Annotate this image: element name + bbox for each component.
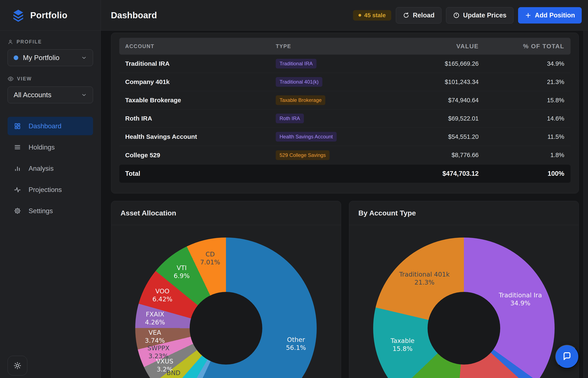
sidebar-item-projections[interactable]: Projections bbox=[8, 180, 93, 199]
account-name: Traditional IRA bbox=[125, 60, 276, 67]
stale-badge: 45 stale bbox=[353, 10, 391, 21]
account-pct: 21.3% bbox=[479, 79, 564, 85]
chart-title: By Account Type bbox=[359, 209, 416, 217]
account-type-badge: Taxable Brokerage bbox=[276, 95, 325, 105]
account-value: $165,669.26 bbox=[394, 60, 479, 67]
eye-icon bbox=[8, 76, 14, 82]
charts-row: Asset Allocation CD7.01%VTI6.9%VOO6.42%F… bbox=[111, 201, 579, 378]
reload-button[interactable]: Reload bbox=[396, 7, 441, 24]
accounts-table-body: Traditional IRATraditional IRA$165,669.2… bbox=[119, 54, 571, 164]
stale-badge-text: 45 stale bbox=[364, 12, 386, 19]
chat-bubble-icon bbox=[561, 351, 573, 363]
view-label-text: VIEW bbox=[17, 76, 32, 82]
clock-icon bbox=[453, 12, 460, 19]
table-row[interactable]: Taxable BrokerageTaxable Brokerage$74,94… bbox=[119, 91, 571, 109]
chart-title: Asset Allocation bbox=[120, 209, 176, 217]
sidebar-item-settings[interactable]: Settings bbox=[8, 202, 93, 220]
col-header-value: VALUE bbox=[394, 43, 479, 50]
app-window: Portfolio PROFILE My Portfolio bbox=[0, 0, 588, 378]
nav-label: Analysis bbox=[28, 165, 53, 172]
nav-label: Holdings bbox=[28, 143, 55, 151]
reload-label: Reload bbox=[413, 12, 434, 19]
donut-chart: CD7.01%VTI6.9%VOO6.42%FXAIX4.26%VEA3.74%… bbox=[135, 238, 317, 378]
account-value: $8,776.66 bbox=[394, 152, 479, 159]
asset-allocation-chart: CD7.01%VTI6.9%VOO6.42%FXAIX4.26%VEA3.74%… bbox=[111, 225, 341, 378]
table-row[interactable]: Company 401kTraditional 401(k)$101,243.3… bbox=[119, 73, 571, 91]
profile-select[interactable]: My Portfolio bbox=[8, 49, 93, 66]
stale-dot-icon bbox=[359, 14, 361, 17]
account-pct: 34.9% bbox=[479, 60, 564, 67]
sidebar-item-holdings[interactable]: Holdings bbox=[8, 138, 93, 156]
account-type-badge: 529 College Savings bbox=[276, 150, 330, 160]
table-row[interactable]: Roth IRARoth IRA$69,522.0114.6% bbox=[119, 109, 571, 128]
nav-label: Settings bbox=[28, 207, 53, 215]
account-type-badge: Roth IRA bbox=[276, 114, 304, 123]
sun-icon bbox=[13, 361, 22, 370]
add-position-label: Add Position bbox=[535, 12, 575, 19]
account-name: Taxable Brokerage bbox=[125, 97, 276, 104]
sidebar-item-dashboard[interactable]: Dashboard bbox=[8, 117, 93, 135]
account-value: $54,551.20 bbox=[394, 133, 479, 140]
account-value: $69,522.01 bbox=[394, 115, 479, 122]
col-header-account: ACCOUNT bbox=[125, 43, 276, 49]
account-value: $101,243.34 bbox=[394, 79, 479, 85]
view-select-value: All Accounts bbox=[14, 91, 76, 99]
col-header-pct: % OF TOTAL bbox=[479, 43, 564, 50]
update-prices-button[interactable]: Update Prices bbox=[446, 7, 513, 24]
activity-icon bbox=[14, 186, 21, 193]
sidebar: Portfolio PROFILE My Portfolio bbox=[0, 0, 101, 378]
account-type-badge: Traditional 401(k) bbox=[276, 77, 322, 87]
account-name: Health Savings Account bbox=[125, 133, 276, 140]
account-name: Roth IRA bbox=[125, 115, 276, 122]
donut-chart: Traditional 401k21.3%Taxable15.8%Traditi… bbox=[373, 238, 555, 378]
update-prices-label: Update Prices bbox=[463, 12, 507, 19]
table-row[interactable]: Health Savings AccountHealth Savings Acc… bbox=[119, 128, 571, 146]
by-account-type-header: By Account Type bbox=[349, 201, 579, 225]
donut-hole bbox=[190, 292, 262, 364]
main-area: Dashboard 45 stale Reload bbox=[101, 0, 588, 378]
profile-select-value: My Portfolio bbox=[23, 54, 76, 62]
asset-allocation-card: Asset Allocation CD7.01%VTI6.9%VOO6.42%F… bbox=[111, 201, 341, 378]
sidebar-item-analysis[interactable]: Analysis bbox=[8, 159, 93, 178]
scrollbar[interactable] bbox=[583, 31, 588, 378]
account-pct: 1.8% bbox=[479, 152, 564, 159]
refresh-icon bbox=[403, 12, 410, 19]
chevron-down-icon bbox=[81, 55, 87, 61]
nav-label: Dashboard bbox=[28, 122, 62, 130]
add-position-button[interactable]: Add Position bbox=[518, 7, 582, 24]
total-label: Total bbox=[125, 170, 276, 177]
total-value: $474,703.12 bbox=[394, 170, 479, 177]
app-title: Portfolio bbox=[30, 10, 67, 20]
account-pct: 11.5% bbox=[479, 133, 564, 140]
plus-icon bbox=[525, 12, 532, 19]
sidebar-nav: Dashboard Holdings bbox=[8, 117, 93, 220]
account-pct: 14.6% bbox=[479, 115, 564, 122]
nav-label: Projections bbox=[28, 186, 62, 194]
layers-logo-icon bbox=[12, 9, 25, 22]
by-account-type-card: By Account Type Traditional 401k21.3%Tax… bbox=[349, 201, 579, 378]
account-pct: 15.8% bbox=[479, 97, 564, 104]
table-row[interactable]: Traditional IRATraditional IRA$165,669.2… bbox=[119, 54, 571, 73]
account-type-badge: Traditional IRA bbox=[276, 59, 317, 68]
portfolio-dot-icon bbox=[14, 55, 18, 60]
header-actions: 45 stale Reload bbox=[353, 7, 582, 24]
table-row[interactable]: College 529529 College Savings$8,776.661… bbox=[119, 146, 571, 164]
gear-icon bbox=[14, 207, 21, 215]
chevron-down-icon bbox=[81, 92, 87, 98]
profile-label-text: PROFILE bbox=[17, 39, 42, 45]
list-icon bbox=[14, 144, 21, 151]
theme-toggle-button[interactable] bbox=[8, 356, 27, 376]
donut-hole bbox=[428, 292, 500, 364]
asset-allocation-header: Asset Allocation bbox=[111, 201, 341, 225]
page-title: Dashboard bbox=[111, 10, 157, 20]
table-total-row: Total $474,703.12 100% bbox=[119, 165, 571, 183]
accounts-table-header: ACCOUNT TYPE VALUE % OF TOTAL bbox=[119, 38, 571, 54]
app-logo: Portfolio bbox=[0, 0, 101, 31]
view-select[interactable]: All Accounts bbox=[8, 86, 93, 103]
total-pct: 100% bbox=[479, 170, 564, 177]
accounts-table-card: ACCOUNT TYPE VALUE % OF TOTAL Traditiona… bbox=[111, 33, 579, 193]
account-type-badge: Health Savings Account bbox=[276, 132, 337, 142]
chat-fab-button[interactable] bbox=[555, 345, 579, 368]
view-section-label: VIEW bbox=[8, 76, 93, 82]
dashboard-grid-icon bbox=[14, 122, 21, 130]
